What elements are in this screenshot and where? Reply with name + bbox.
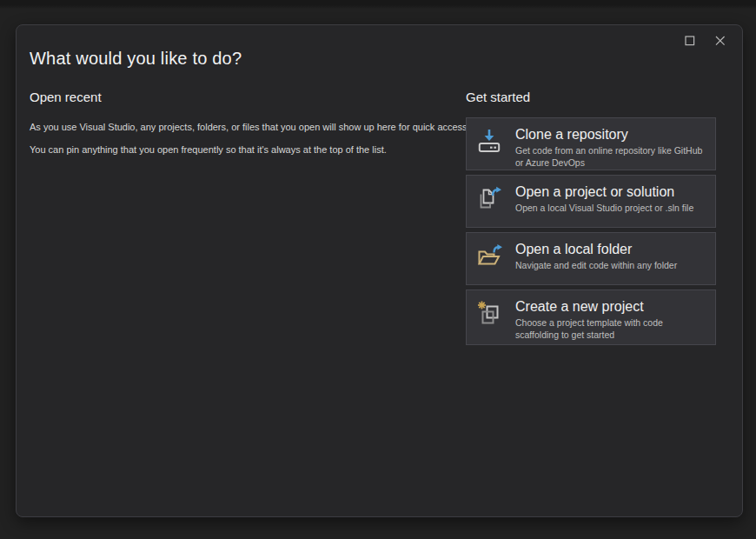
open-project-button[interactable]: Open a project or solution Open a local … xyxy=(466,175,716,228)
start-window-dialog: What would you like to do? Open recent A… xyxy=(16,24,743,517)
new-project-button[interactable]: Create a new project Choose a project te… xyxy=(466,289,716,345)
action-description: Open a local Visual Studio project or .s… xyxy=(515,202,693,214)
get-started-section: Get started Clone a repository xyxy=(466,90,716,345)
action-description: Get code from an online repository like … xyxy=(515,144,708,169)
action-description: Choose a project template with code scaf… xyxy=(515,316,708,341)
action-title: Clone a repository xyxy=(515,127,628,142)
open-recent-description-line: You can pin anything that you open frequ… xyxy=(30,144,466,155)
maximize-button[interactable] xyxy=(679,30,701,53)
window-controls xyxy=(679,30,732,53)
action-title: Create a new project xyxy=(515,299,644,314)
clone-repository-icon xyxy=(475,127,503,156)
open-project-icon xyxy=(475,184,503,214)
page-title: What would you like to do? xyxy=(30,49,742,69)
maximize-icon xyxy=(685,34,695,50)
open-recent-description-line: As you use Visual Studio, any projects, … xyxy=(30,122,466,132)
action-title: Open a project or solution xyxy=(515,184,674,199)
open-recent-section: Open recent As you use Visual Studio, an… xyxy=(17,90,466,345)
new-project-icon xyxy=(475,299,503,329)
open-recent-heading: Open recent xyxy=(30,90,466,104)
get-started-heading: Get started xyxy=(466,90,716,104)
action-description: Navigate and edit code within any folder xyxy=(515,259,677,271)
close-button[interactable] xyxy=(709,30,732,53)
open-folder-icon xyxy=(475,242,503,271)
clone-repository-button[interactable]: Clone a repository Get code from an onli… xyxy=(466,117,716,170)
action-title: Open a local folder xyxy=(515,242,632,256)
close-icon xyxy=(715,34,726,50)
open-folder-button[interactable]: Open a local folder Navigate and edit co… xyxy=(466,232,716,285)
